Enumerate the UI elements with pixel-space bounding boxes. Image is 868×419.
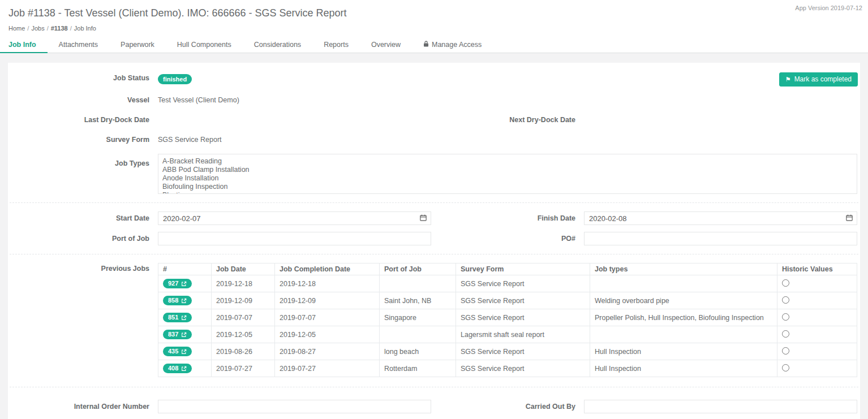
mark-as-completed-button[interactable]: ⚑ Mark as completed bbox=[779, 72, 858, 87]
completion-date-cell: 2019-12-09 bbox=[275, 292, 380, 309]
tab-manage-access[interactable]: Manage Access bbox=[412, 37, 493, 53]
internal-order-input[interactable] bbox=[158, 400, 431, 413]
tab-paperwork[interactable]: Paperwork bbox=[109, 37, 166, 53]
port-cell: Rotterdam bbox=[380, 360, 456, 377]
job-type-option[interactable]: A-Bracket Reading bbox=[158, 157, 857, 166]
job-types-cell: Hull Inspection bbox=[590, 343, 777, 360]
external-link-icon bbox=[181, 281, 187, 287]
survey-form-cell: SGS Service Report bbox=[456, 343, 590, 360]
tab-hull-components[interactable]: Hull Components bbox=[166, 37, 243, 53]
job-link-badge[interactable]: 927 bbox=[163, 279, 192, 288]
tab-label: Hull Components bbox=[177, 41, 231, 49]
table-row: 837 2019-12-05 2019-12-05 Lagersmit shaf… bbox=[158, 326, 857, 343]
content-area: ⚑ Mark as completed Job Status finished … bbox=[0, 53, 868, 419]
tab-label: Job Info bbox=[8, 41, 36, 49]
col-header-job-types: Job types bbox=[590, 264, 777, 275]
historic-value-radio[interactable] bbox=[782, 296, 789, 304]
tab-label: Reports bbox=[324, 41, 349, 49]
job-types-label: Job Types bbox=[8, 154, 149, 194]
col-header-historic-values: Historic Values bbox=[777, 264, 857, 275]
start-date-value: 2020-02-07 bbox=[163, 214, 201, 223]
page-header: App Version 2019-07-12 Job #1138 - Test … bbox=[0, 0, 868, 37]
external-link-icon bbox=[181, 349, 187, 355]
survey-form-label: Survey Form bbox=[8, 134, 149, 144]
lock-icon bbox=[423, 41, 429, 49]
survey-form-cell: SGS Service Report bbox=[456, 360, 590, 377]
job-type-option[interactable]: ABB Pod Clamp Installation bbox=[158, 166, 857, 174]
job-type-option[interactable]: Blasting bbox=[158, 191, 857, 194]
job-link-badge[interactable]: 408 bbox=[163, 364, 192, 373]
completion-date-cell: 2019-07-07 bbox=[275, 309, 380, 326]
historic-value-radio[interactable] bbox=[782, 279, 789, 287]
job-id: 435 bbox=[168, 348, 178, 355]
port-of-job-input[interactable] bbox=[158, 232, 431, 245]
tab-label: Considerations bbox=[254, 41, 301, 49]
port-cell bbox=[380, 326, 456, 343]
vessel-row: Vessel Test Vessel (Client Demo) bbox=[8, 94, 860, 104]
job-date-cell: 2019-12-18 bbox=[212, 275, 275, 292]
carried-out-by-input[interactable] bbox=[584, 400, 857, 413]
tab-considerations[interactable]: Considerations bbox=[243, 37, 312, 53]
status-badge: finished bbox=[158, 74, 192, 84]
job-types-listbox[interactable]: A-Bracket Reading ABB Pod Clamp Installa… bbox=[158, 154, 857, 194]
start-date-input[interactable]: 2020-02-07 bbox=[158, 211, 431, 225]
completion-date-cell: 2019-12-18 bbox=[275, 275, 380, 292]
breadcrumb-separator: / bbox=[47, 25, 49, 32]
job-date-cell: 2019-12-09 bbox=[212, 292, 275, 309]
col-header-port: Port of Job bbox=[380, 264, 456, 275]
table-header-row: # Job Date Job Completion Date Port of J… bbox=[158, 264, 857, 275]
job-types-cell: Propeller Polish, Hull Inspection, Biofo… bbox=[590, 309, 777, 326]
table-row: 408 2019-07-27 2019-07-27 Rotterdam SGS … bbox=[158, 360, 857, 377]
port-cell: Singapore bbox=[380, 309, 456, 326]
previous-jobs-label: Previous Jobs bbox=[8, 263, 149, 377]
job-link-badge[interactable]: 858 bbox=[163, 296, 192, 305]
calendar-icon[interactable] bbox=[846, 214, 853, 223]
job-type-option[interactable]: Biofouling Inspection bbox=[158, 183, 857, 191]
tab-reports[interactable]: Reports bbox=[312, 37, 360, 53]
job-types-cell: Hull Inspection bbox=[590, 360, 777, 377]
finish-date-input[interactable]: 2020-02-08 bbox=[584, 211, 857, 225]
breadcrumb-home[interactable]: Home bbox=[8, 25, 25, 32]
historic-value-radio[interactable] bbox=[782, 330, 789, 338]
job-link-badge[interactable]: 851 bbox=[163, 313, 192, 322]
po-number-input[interactable] bbox=[584, 232, 857, 245]
external-link-icon bbox=[181, 315, 187, 321]
job-status-row: Job Status finished bbox=[8, 72, 860, 84]
external-link-icon bbox=[181, 332, 187, 338]
completion-date-cell: 2019-12-05 bbox=[275, 326, 380, 343]
next-dry-dock-label: Next Dry-Dock Date bbox=[434, 114, 575, 124]
breadcrumb-jobs[interactable]: Jobs bbox=[31, 25, 44, 32]
job-id: 837 bbox=[168, 331, 178, 338]
job-date-cell: 2019-07-07 bbox=[212, 309, 275, 326]
finish-date-value: 2020-02-08 bbox=[589, 214, 627, 223]
start-date-label: Start Date bbox=[8, 211, 149, 225]
col-header-survey-form: Survey Form bbox=[456, 264, 590, 275]
external-link-icon bbox=[181, 366, 187, 372]
breadcrumb-separator: / bbox=[70, 25, 72, 32]
port-cell: Saint John, NB bbox=[380, 292, 456, 309]
section-divider bbox=[10, 387, 858, 387]
internal-order-label: Internal Order Number bbox=[8, 400, 149, 413]
tab-overview[interactable]: Overview bbox=[360, 37, 412, 53]
previous-jobs-row: Previous Jobs # Job Date Job Completion … bbox=[8, 263, 860, 377]
historic-value-radio[interactable] bbox=[782, 347, 789, 355]
tab-job-info[interactable]: Job Info bbox=[0, 37, 48, 53]
historic-value-radio[interactable] bbox=[782, 313, 789, 321]
table-row: 851 2019-07-07 2019-07-07 Singapore SGS … bbox=[158, 309, 857, 326]
page-title: Job #1138 - Test Vessel (Client Demo). I… bbox=[8, 7, 860, 19]
col-header-job-date: Job Date bbox=[212, 264, 275, 275]
carried-out-by-label: Carried Out By bbox=[434, 400, 575, 413]
survey-form-cell: SGS Service Report bbox=[456, 292, 590, 309]
job-type-option[interactable]: Anode Installation bbox=[158, 174, 857, 183]
tab-label: Overview bbox=[371, 41, 401, 49]
breadcrumb: Home/Jobs/#1138/Job Info bbox=[8, 25, 860, 37]
historic-value-radio[interactable] bbox=[782, 364, 789, 372]
app-version: App Version 2019-07-12 bbox=[795, 5, 862, 11]
job-types-cell: Welding overboard pipe bbox=[590, 292, 777, 309]
job-id: 858 bbox=[168, 297, 178, 304]
job-link-badge[interactable]: 435 bbox=[163, 347, 192, 356]
tab-attachments[interactable]: Attachments bbox=[48, 37, 109, 53]
breadcrumb-job-number[interactable]: #1138 bbox=[51, 25, 68, 32]
job-link-badge[interactable]: 837 bbox=[163, 330, 192, 339]
calendar-icon[interactable] bbox=[420, 214, 427, 223]
